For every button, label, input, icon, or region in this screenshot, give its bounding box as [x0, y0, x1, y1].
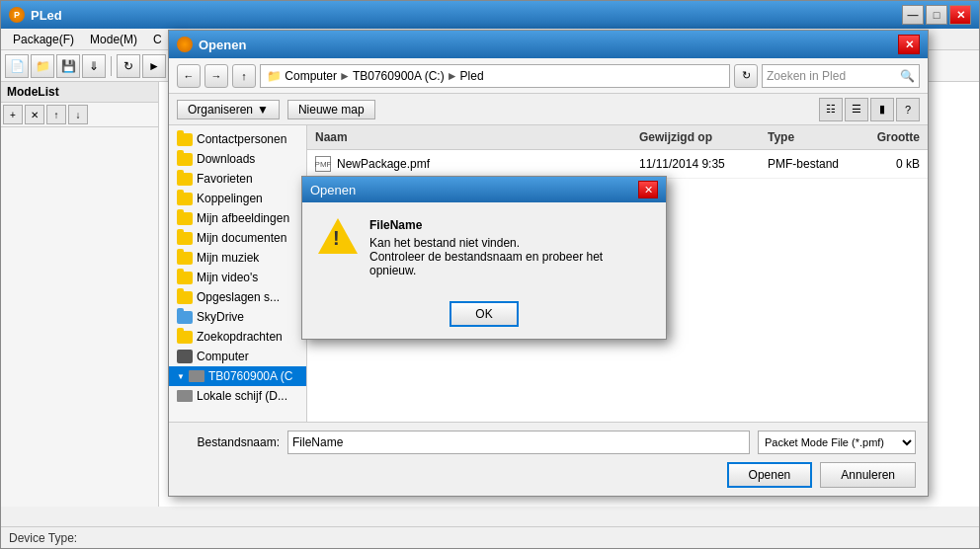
nav-item-saved-searches[interactable]: Opgeslagen s... [169, 287, 306, 307]
error-line1: Kan het bestand niet vinden. [369, 236, 650, 250]
help-button[interactable]: ? [896, 98, 920, 121]
path-pled: Pled [460, 69, 484, 83]
new-folder-label: Nieuwe map [298, 103, 365, 117]
toolbar-separator [111, 56, 112, 76]
mode-up-button[interactable]: ↑ [46, 105, 66, 124]
pled-title: PLed [31, 8, 62, 23]
drive-c-icon [189, 370, 204, 382]
address-path[interactable]: 📁 Computer ► TB0760900A (C:) ► Pled [260, 64, 730, 88]
filename-row: Bestandsnaam: Packet Mode File (*.pmf) [181, 431, 916, 454]
filetype-select[interactable]: Packet Mode File (*.pmf) [758, 431, 916, 454]
forward-button[interactable]: ► [142, 54, 166, 78]
file-icon: PMF [315, 156, 331, 172]
folder-videos-icon [177, 272, 193, 284]
menu-c[interactable]: C [145, 31, 170, 48]
view-tiles-button[interactable]: ▮ [870, 98, 894, 121]
ok-button[interactable]: OK [449, 301, 518, 327]
nav-item-downloads[interactable]: Downloads [169, 149, 306, 169]
folder-music-icon [177, 252, 193, 265]
undo-button[interactable]: ↻ [117, 54, 140, 78]
pled-maximize-button[interactable]: □ [926, 5, 947, 25]
error-close-button[interactable]: ✕ [638, 181, 658, 198]
nav-label-videos: Mijn video's [197, 271, 258, 284]
col-type[interactable]: Type [760, 128, 858, 146]
file-row[interactable]: PMF NewPackage.pmf 11/11/2014 9:35 PMF-b… [307, 150, 928, 179]
menu-mode[interactable]: Mode(M) [82, 31, 145, 48]
path-sep1: ► [339, 69, 351, 83]
warning-triangle [318, 218, 358, 254]
open-dialog-close-button[interactable]: ✕ [898, 35, 920, 54]
error-footer: OK [302, 293, 666, 339]
open-confirm-button[interactable]: Openen [727, 462, 813, 488]
new-button[interactable]: 📄 [5, 54, 29, 78]
nav-item-links[interactable]: Koppelingen [169, 189, 306, 208]
nav-label-favorites: Favorieten [197, 172, 253, 186]
file-date-cell: 11/11/2014 9:35 [631, 155, 760, 173]
download-button[interactable]: ⇓ [82, 54, 106, 78]
nav-item-drive-d[interactable]: Lokale schijf (D... [169, 386, 306, 406]
filename-input[interactable] [287, 431, 750, 454]
path-drive: TB0760900A (C:) [353, 69, 445, 83]
nav-label-links: Koppelingen [197, 192, 263, 205]
nav-label-skydrive: SkyDrive [197, 310, 244, 324]
back-button[interactable]: ← [177, 64, 201, 88]
nav-label-computer: Computer [197, 350, 249, 363]
mode-list-header: ModeList [1, 82, 158, 103]
path-sep2: ► [447, 69, 458, 83]
filename-label: Bestandsnaam: [181, 435, 280, 449]
nav-item-skydrive[interactable]: SkyDrive [169, 307, 306, 327]
pled-minimize-button[interactable]: — [902, 5, 924, 25]
path-computer: 📁 Computer [267, 69, 337, 83]
organize-button[interactable]: Organiseren ▼ [177, 100, 280, 119]
error-body: FileName Kan het bestand niet vinden. Co… [302, 202, 666, 293]
pled-close-button[interactable]: ✕ [949, 5, 971, 25]
up-button[interactable]: ↑ [232, 64, 256, 88]
mode-new-button[interactable]: + [3, 105, 23, 124]
refresh-button[interactable]: ↻ [734, 64, 758, 88]
forward-addr-button[interactable]: → [204, 64, 228, 88]
folder-saved-icon [177, 291, 193, 304]
nav-item-drive-c[interactable]: ▼ TB0760900A (C [169, 366, 306, 386]
nav-label-pictures: Mijn afbeeldingen [197, 211, 289, 225]
nav-label-music: Mijn muziek [197, 251, 259, 265]
col-size[interactable]: Grootte [858, 128, 928, 146]
col-name[interactable]: Naam [307, 128, 631, 146]
mode-list-toolbar: + ✕ ↑ ↓ [1, 103, 158, 127]
search-placeholder: Zoeken in Pled [767, 69, 846, 83]
organize-label: Organiseren [188, 103, 253, 117]
folder-favorites-icon [177, 173, 193, 186]
nav-item-searches[interactable]: Zoekopdrachten [169, 327, 306, 347]
nav-item-computer[interactable]: Computer [169, 347, 306, 366]
drive-d-icon [177, 390, 193, 402]
nav-item-music[interactable]: Mijn muziek [169, 248, 306, 268]
open-dialog-icon [177, 37, 193, 52]
nav-label-drive-c: TB0760900A (C [208, 369, 292, 383]
nav-item-pictures[interactable]: Mijn afbeeldingen [169, 208, 306, 228]
menu-package[interactable]: Package(F) [5, 31, 82, 48]
folder-searches-icon [177, 331, 193, 344]
nav-item-videos[interactable]: Mijn video's [169, 268, 306, 287]
view-details-button[interactable]: ☰ [845, 98, 868, 121]
error-titlebar: Openen ✕ [302, 177, 666, 202]
search-box[interactable]: Zoeken in Pled 🔍 [762, 64, 920, 88]
nav-item-contacts[interactable]: Contactpersonen [169, 129, 306, 149]
save-button[interactable]: 💾 [56, 54, 80, 78]
folder-pictures-icon [177, 212, 193, 225]
pled-window-controls: — □ ✕ [902, 5, 971, 25]
view-list-button[interactable]: ☷ [819, 98, 843, 121]
error-filename: FileName [369, 218, 650, 232]
nav-label-searches: Zoekopdrachten [197, 330, 283, 344]
nav-item-favorites[interactable]: Favorieten [169, 169, 306, 189]
open-dialog-toolbar: Organiseren ▼ Nieuwe map ☷ ☰ ▮ ? [169, 94, 928, 125]
folder-contacts-icon [177, 133, 193, 146]
nav-item-documents[interactable]: Mijn documenten [169, 228, 306, 248]
expand-arrow-c: ▼ [177, 372, 185, 381]
cancel-button[interactable]: Annuleren [820, 462, 916, 488]
organize-chevron: ▼ [257, 103, 269, 117]
open-button[interactable]: 📁 [31, 54, 54, 78]
new-folder-button[interactable]: Nieuwe map [287, 100, 375, 119]
view-toolbar: ☷ ☰ ▮ ? [819, 98, 920, 121]
col-date[interactable]: Gewijzigd op [631, 128, 760, 146]
mode-down-button[interactable]: ↓ [68, 105, 88, 124]
mode-delete-button[interactable]: ✕ [25, 105, 44, 124]
